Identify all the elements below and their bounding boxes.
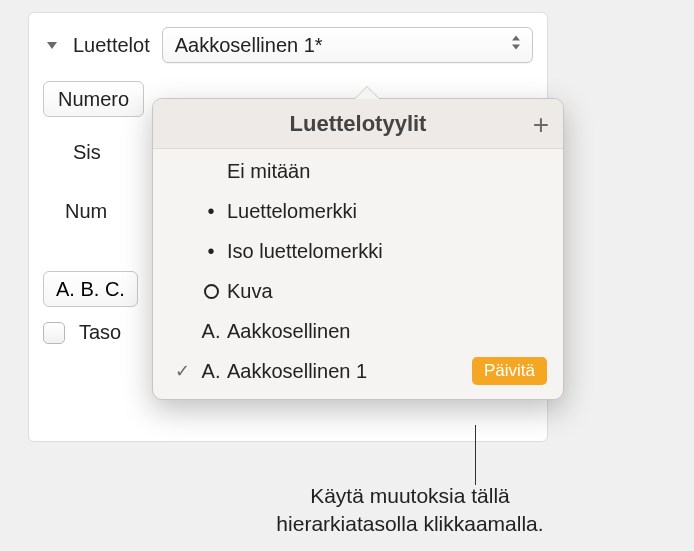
svg-marker-2 xyxy=(512,45,520,50)
option-label: Kuva xyxy=(227,280,547,303)
option-label: Aakkosellinen 1 xyxy=(227,360,472,383)
disclosure-triangle-icon[interactable] xyxy=(43,36,61,54)
format-value: A. B. C. xyxy=(56,278,125,301)
list-style-option[interactable]: Kuva xyxy=(153,271,563,311)
button-label: Numero xyxy=(58,88,129,111)
lists-row: Luettelot Aakkosellinen 1* xyxy=(43,27,533,63)
bullet-preview-icon: A. xyxy=(195,320,227,343)
callout-line2: hierarkiatasolla klikkaamalla. xyxy=(276,512,543,535)
update-style-button[interactable]: Päivitä xyxy=(472,357,547,385)
option-label: Iso luettelomerkki xyxy=(227,240,547,263)
bullet-preview-icon xyxy=(195,284,227,299)
bullets-numbers-button[interactable]: Numero xyxy=(43,81,144,117)
list-style-option[interactable]: A.Aakkosellinen xyxy=(153,311,563,351)
callout-leader-line xyxy=(475,425,476,485)
chevrons-icon xyxy=(510,34,522,57)
bullet-preview-icon: • xyxy=(195,240,227,263)
popover-header: Luettelotyylit + xyxy=(153,99,563,149)
list-style-option[interactable]: •Iso luettelomerkki xyxy=(153,231,563,271)
bullet-preview-icon: • xyxy=(195,200,227,223)
option-label: Aakkosellinen xyxy=(227,320,547,343)
svg-marker-0 xyxy=(47,42,57,49)
popover-title: Luettelotyylit xyxy=(290,111,427,137)
callout-text: Käytä muutoksia tällä hierarkiatasolla k… xyxy=(160,482,660,539)
list-style-option[interactable]: ✓A.Aakkosellinen 1Päivitä xyxy=(153,351,563,391)
option-label: Ei mitään xyxy=(227,160,547,183)
number-format-select[interactable]: A. B. C. xyxy=(43,271,138,307)
dropdown-value: Aakkosellinen 1* xyxy=(175,34,323,57)
add-style-button[interactable]: + xyxy=(533,109,549,141)
option-label: Luettelomerkki xyxy=(227,200,547,223)
level-checkbox[interactable] xyxy=(43,322,65,344)
callout-line1: Käytä muutoksia tällä xyxy=(310,484,510,507)
checkmark-icon: ✓ xyxy=(169,360,195,382)
svg-marker-1 xyxy=(512,36,520,41)
list-style-option[interactable]: •Luettelomerkki xyxy=(153,191,563,231)
level-label: Taso xyxy=(79,321,121,344)
popover-list: Ei mitään•Luettelomerkki•Iso luettelomer… xyxy=(153,149,563,399)
list-style-dropdown[interactable]: Aakkosellinen 1* xyxy=(162,27,533,63)
list-style-option[interactable]: Ei mitään xyxy=(153,151,563,191)
lists-label: Luettelot xyxy=(73,34,150,57)
list-styles-popover: Luettelotyylit + Ei mitään•Luettelomerkk… xyxy=(152,98,564,400)
bullet-preview-icon: A. xyxy=(195,360,227,383)
